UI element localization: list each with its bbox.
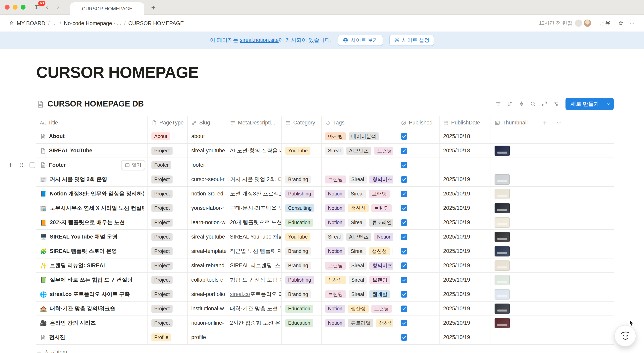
cell-title[interactable]: SIREAL YouTube xyxy=(36,144,148,158)
cell-title[interactable]: 📙20가지 템플릿으로 배우는 노션 xyxy=(36,215,148,229)
cell-thumbnail[interactable] xyxy=(491,287,538,301)
cell-category[interactable]: Publishing xyxy=(282,273,322,287)
minimize-window-button[interactable] xyxy=(13,5,18,10)
cell-tags[interactable]: 마케팅데이터분석 xyxy=(322,129,397,143)
new-entry-button[interactable]: 새로 만들기 xyxy=(565,98,614,110)
cell-metadescription[interactable] xyxy=(226,129,282,143)
cell-slug[interactable]: profile xyxy=(188,330,226,344)
cell-pagetype[interactable]: About xyxy=(148,129,188,143)
cell-slug[interactable]: notion-online- xyxy=(188,316,226,330)
cell-publishdate[interactable]: 2025/10/18 xyxy=(440,129,491,143)
cell-pagetype[interactable]: Project xyxy=(148,273,188,287)
cell-publishdate[interactable]: 2025/10/19 xyxy=(440,244,491,258)
cell-publishdate[interactable]: 2025/10/19 xyxy=(440,230,491,244)
table-row[interactable]: 🧩SIREAL 템플릿 스토어 운영Projectsireal-template… xyxy=(36,244,614,258)
page-title[interactable]: CURSOR HOMEPAGE xyxy=(36,63,614,82)
cell-metadescription[interactable]: SIREAL 리브랜딩. 스토 xyxy=(226,258,282,272)
cell-pagetype[interactable]: Project xyxy=(148,258,188,272)
sidebar-toggle-button[interactable]: 63 xyxy=(32,2,42,12)
cell-metadescription[interactable] xyxy=(226,158,282,172)
row-select-checkbox[interactable] xyxy=(30,162,35,168)
cell-pagetype[interactable]: Project xyxy=(148,287,188,301)
cell-thumbnail[interactable] xyxy=(491,301,538,315)
cell-title[interactable]: 📗실무에 바로 쓰는 협업 도구 컨설팅 xyxy=(36,273,148,287)
cell-title[interactable]: ✨브랜딩 리뉴얼: SIREAL xyxy=(36,258,148,272)
cell-publishdate[interactable]: 2025/10/19 xyxy=(440,172,491,186)
table-row[interactable]: 🌐sireal.co 포트폴리오 사이트 구축Projectsireal-por… xyxy=(36,287,614,301)
cell-slug[interactable]: institutional-w xyxy=(188,301,226,315)
cell-category[interactable]: Consulting xyxy=(282,201,322,215)
published-checkbox[interactable] xyxy=(401,277,407,283)
cell-thumbnail[interactable] xyxy=(491,230,538,244)
cell-pagetype[interactable]: Project xyxy=(148,301,188,315)
published-checkbox[interactable] xyxy=(401,176,407,182)
cell-tags[interactable]: 브랜딩Sireal창의비즈니스 xyxy=(322,258,397,272)
cell-publishdate[interactable]: 2025/10/19 xyxy=(440,201,491,215)
cell-category[interactable]: Education xyxy=(282,316,322,330)
cell-metadescription[interactable]: sireal.co 포트폴리오 허 xyxy=(226,287,282,301)
cell-published[interactable] xyxy=(397,301,440,315)
published-checkbox[interactable] xyxy=(401,305,407,312)
table-row[interactable]: Footer열기Footerfooter xyxy=(36,158,614,172)
cell-tags[interactable] xyxy=(322,330,397,344)
avatar[interactable] xyxy=(574,19,583,28)
cell-tags[interactable]: Notion생산성브랜딩 xyxy=(322,201,397,215)
database-title[interactable]: CURSOR HOMEPAGE DB xyxy=(36,99,144,109)
cell-pagetype[interactable]: Project xyxy=(148,244,188,258)
add-row-button[interactable]: 신규 item xyxy=(36,345,614,353)
cell-metadescription[interactable]: AI·노션·창의 전략을 다루 xyxy=(226,144,282,158)
column-header-tags[interactable]: Tags xyxy=(322,117,397,129)
forward-button[interactable] xyxy=(52,2,63,12)
cell-pagetype[interactable]: Project xyxy=(148,187,188,201)
expand-button[interactable] xyxy=(539,99,550,109)
cell-published[interactable] xyxy=(397,187,440,201)
breadcrumb-item-ellipsis[interactable]: ... xyxy=(50,19,60,28)
cell-slug[interactable]: learn-notion-w xyxy=(188,215,226,229)
cell-slug[interactable]: cursor-seoul-r xyxy=(188,172,226,186)
cell-publishdate[interactable]: 2025/10/19 xyxy=(440,287,491,301)
new-tab-button[interactable] xyxy=(148,3,158,13)
published-checkbox[interactable] xyxy=(401,219,407,226)
cell-published[interactable] xyxy=(397,273,440,287)
cell-tags[interactable]: SirealAI콘텐츠브랜딩Notion xyxy=(322,144,397,158)
cell-category[interactable] xyxy=(282,129,322,143)
cell-thumbnail[interactable] xyxy=(491,273,538,287)
cell-title[interactable]: Footer열기 xyxy=(36,158,148,172)
cell-pagetype[interactable]: Project xyxy=(148,144,188,158)
cell-tags[interactable]: 생산성Sireal브랜딩 xyxy=(322,273,397,287)
cell-tags[interactable]: Notion생산성브랜딩 xyxy=(322,301,397,315)
cell-slug[interactable]: collab-tools-c xyxy=(188,273,226,287)
cell-published[interactable] xyxy=(397,287,440,301)
site-settings-button[interactable]: 사이트 설정 xyxy=(389,35,434,46)
cell-thumbnail[interactable] xyxy=(491,258,538,272)
published-checkbox[interactable] xyxy=(401,233,407,240)
cell-thumbnail[interactable] xyxy=(491,244,538,258)
cell-publishdate[interactable]: 2025/10/19 xyxy=(440,301,491,315)
cell-publishdate[interactable] xyxy=(440,158,491,172)
cell-published[interactable] xyxy=(397,244,440,258)
breadcrumb-item-parent[interactable]: No-code Homepage - ... xyxy=(62,19,124,28)
cell-published[interactable] xyxy=(397,129,440,143)
published-checkbox[interactable] xyxy=(401,147,407,154)
cell-category[interactable]: Branding xyxy=(282,258,322,272)
cell-category[interactable]: Education xyxy=(282,215,322,229)
cell-published[interactable] xyxy=(397,144,440,158)
search-button[interactable] xyxy=(528,99,538,109)
avatar[interactable] xyxy=(583,19,592,28)
cell-metadescription[interactable]: 20개 템플릿으로 노션 학 xyxy=(226,215,282,229)
published-checkbox[interactable] xyxy=(401,248,407,254)
cell-category[interactable] xyxy=(282,330,322,344)
cell-slug[interactable]: sireal-rebrand xyxy=(188,258,226,272)
published-checkbox[interactable] xyxy=(401,133,407,139)
cell-category[interactable]: Branding xyxy=(282,172,322,186)
published-checkbox[interactable] xyxy=(401,291,407,297)
table-row[interactable]: 🎥온라인 강의 시리즈Projectnotion-online-2시간 집중형 … xyxy=(36,316,614,330)
cell-slug[interactable]: about xyxy=(188,129,226,143)
published-checkbox[interactable] xyxy=(401,334,407,340)
cell-slug[interactable]: sireal-youtube xyxy=(188,144,226,158)
cell-metadescription[interactable]: 근태·문서·리포팅을 노션 xyxy=(226,201,282,215)
cell-publishdate[interactable]: 2025/10/19 xyxy=(440,316,491,330)
published-checkbox[interactable] xyxy=(401,190,407,197)
published-checkbox[interactable] xyxy=(401,262,407,269)
close-window-button[interactable] xyxy=(5,5,10,10)
